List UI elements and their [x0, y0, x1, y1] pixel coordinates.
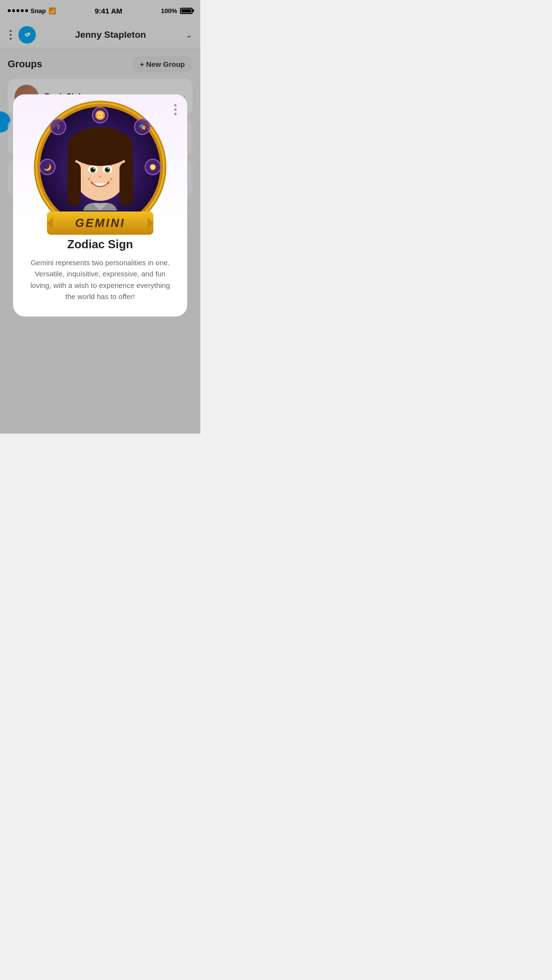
svg-point-11	[93, 168, 95, 169]
modal-more-button[interactable]	[171, 101, 179, 118]
more-dot2	[174, 108, 177, 111]
banner-shape: GEMINI	[47, 211, 153, 235]
svg-point-15	[110, 178, 113, 181]
more-dot1	[174, 104, 177, 106]
banner-text: GEMINI	[57, 216, 144, 230]
modal-title: Zodiac Sign	[13, 238, 187, 251]
zodiac-circle: ♊ ☿ 🎭 🌙 ♋	[37, 104, 163, 230]
modal-card: ♊ ☿ 🎭 🌙 ♋	[13, 94, 187, 317]
svg-point-13	[88, 178, 90, 181]
svg-point-16	[108, 181, 110, 182]
zodiac-image-container: ♊ ☿ 🎭 🌙 ♋	[13, 94, 187, 230]
svg-rect-4	[119, 162, 133, 206]
svg-point-2	[67, 127, 133, 166]
svg-point-14	[90, 181, 92, 182]
gemini-banner: GEMINI	[47, 211, 153, 235]
svg-rect-3	[67, 162, 81, 206]
modal-description: Gemini represents two personalities in o…	[13, 257, 187, 302]
bitmoji-face-svg	[37, 104, 163, 230]
svg-point-12	[108, 168, 109, 169]
more-dot3	[174, 113, 177, 115]
